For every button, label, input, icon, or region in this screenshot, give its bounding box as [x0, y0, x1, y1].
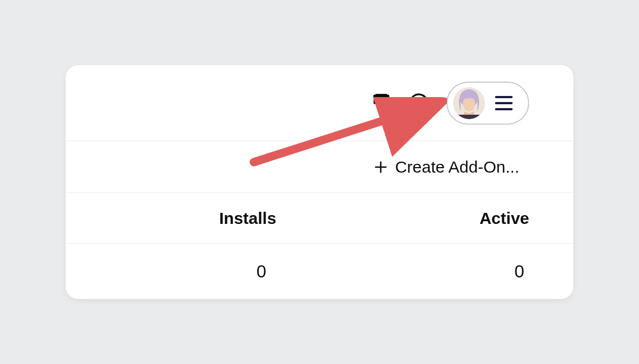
installs-value: 0 — [66, 261, 310, 282]
create-addon-button[interactable]: Create Add-On... — [373, 158, 519, 176]
active-value: 0 — [310, 261, 573, 282]
column-header-active: Active — [310, 209, 573, 228]
svg-rect-8 — [457, 115, 481, 119]
inbox-icon[interactable] — [371, 93, 391, 113]
create-addon-label: Create Add-On... — [395, 158, 519, 176]
plus-icon — [373, 159, 388, 175]
profile-menu-button[interactable] — [446, 82, 529, 125]
column-header-installs: Installs — [66, 209, 310, 228]
card-panel: Create Add-On... Installs Active 0 0 — [66, 65, 573, 299]
avatar — [453, 87, 485, 119]
plus-circle-icon[interactable] — [408, 92, 430, 114]
hamburger-icon — [495, 96, 513, 110]
table-row: 0 0 — [66, 244, 573, 299]
table-header: Installs Active — [66, 193, 573, 244]
create-row: Create Add-On... — [66, 141, 573, 193]
header-bar — [66, 65, 573, 141]
